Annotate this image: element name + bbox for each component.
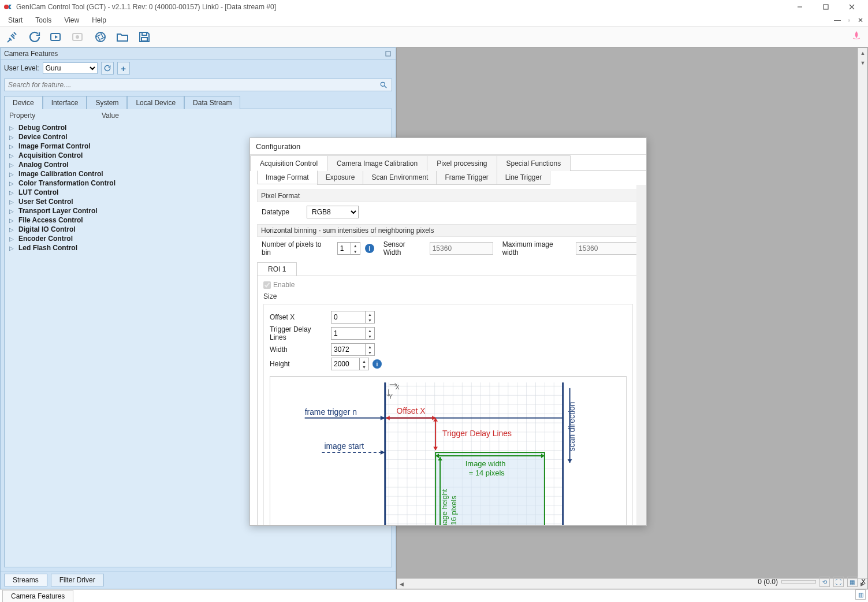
offsetx-input[interactable] xyxy=(331,311,366,324)
tree-item-label: Device Control xyxy=(18,133,68,141)
open-folder-icon[interactable] xyxy=(114,29,131,45)
enable-checkbox[interactable] xyxy=(263,281,271,289)
expand-icon[interactable]: ▷ xyxy=(9,199,15,205)
expand-icon[interactable]: ▷ xyxy=(9,143,15,150)
tree-header-property: Property xyxy=(9,112,102,120)
cfg-tab-acquisition[interactable]: Acquisition Control xyxy=(250,155,327,171)
expand-icon[interactable]: ▷ xyxy=(9,180,15,187)
minimize-button[interactable] xyxy=(787,0,813,14)
menu-start[interactable]: Start xyxy=(2,15,28,25)
svg-point-12 xyxy=(381,82,385,86)
maximize-button[interactable] xyxy=(813,0,839,14)
subtab-line-trigger[interactable]: Line Trigger xyxy=(497,171,550,185)
grid-icon[interactable]: ▦ xyxy=(847,577,858,587)
window-title: GenICam Control Tool (GCT) - v2.1.1 Rev:… xyxy=(16,3,787,11)
width-input[interactable] xyxy=(331,343,366,356)
tree-item-label: Color Transformation Control xyxy=(18,179,116,187)
expand-icon[interactable]: ▷ xyxy=(9,236,15,242)
pixels-to-bin-input[interactable] xyxy=(337,242,351,255)
connect-icon[interactable] xyxy=(5,29,21,45)
bottom-tab-streams[interactable]: Streams xyxy=(4,574,47,586)
info-icon[interactable]: i xyxy=(365,244,374,253)
aperture-icon[interactable] xyxy=(92,29,109,45)
cfg-tab-special-functions[interactable]: Special Functions xyxy=(497,155,571,171)
expand-icon[interactable]: ▷ xyxy=(9,153,15,159)
cfg-tab-calibration[interactable]: Camera Image Calibration xyxy=(327,155,427,171)
zoom-slider[interactable] xyxy=(781,580,816,584)
title-bar: GenICam Control Tool (GCT) - v2.1.1 Rev:… xyxy=(0,0,868,14)
roi-tab-1[interactable]: ROI 1 xyxy=(257,262,297,276)
tree-item-label: Transport Layer Control xyxy=(18,207,98,215)
expand-icon[interactable]: ▷ xyxy=(9,171,15,177)
refresh-icon[interactable] xyxy=(27,29,43,45)
expand-icon[interactable]: ▷ xyxy=(9,208,15,214)
diagram-frame-trigger: frame trigger n xyxy=(305,407,357,417)
trigger-delay-input[interactable] xyxy=(331,327,366,340)
tab-interface[interactable]: Interface xyxy=(43,96,87,109)
expand-icon[interactable]: ▷ xyxy=(9,162,15,168)
info-icon[interactable]: i xyxy=(372,359,382,369)
height-label: Height xyxy=(270,360,327,368)
vertical-scrollbar[interactable]: ▲ ▼ xyxy=(858,48,867,578)
spinner[interactable]: ▲▼ xyxy=(360,358,369,370)
fit-icon[interactable]: ⛶ xyxy=(833,577,844,587)
spinner[interactable]: ▲▼ xyxy=(351,242,360,255)
tab-local-device[interactable]: Local Device xyxy=(127,96,184,109)
refresh-user-button[interactable] xyxy=(101,62,114,75)
document-tabs: Camera Features xyxy=(0,589,868,602)
play-icon[interactable] xyxy=(49,29,65,45)
expand-icon[interactable]: ▷ xyxy=(9,134,15,140)
user-level-select[interactable]: Guru xyxy=(43,62,98,74)
expand-icon[interactable]: ▷ xyxy=(9,217,15,224)
height-input[interactable] xyxy=(331,358,360,370)
subtab-scan-environment[interactable]: Scan Environment xyxy=(363,171,437,185)
cfg-tab-pixel-processing[interactable]: Pixel processing xyxy=(427,155,497,171)
config-scrollbar[interactable] xyxy=(636,185,646,525)
menu-view[interactable]: View xyxy=(58,15,85,25)
mdi-close-button[interactable]: ✕ xyxy=(855,16,866,25)
status-coord: 0 (0.0) xyxy=(758,578,778,586)
expand-icon[interactable]: ▷ xyxy=(9,125,15,131)
spinner[interactable]: ▲▼ xyxy=(366,327,375,340)
close-button[interactable] xyxy=(839,0,865,14)
search-input[interactable] xyxy=(4,79,392,91)
tree-item-label: Image Calibration Control xyxy=(18,170,103,178)
diagram-image-width2: = 14 pixels xyxy=(469,469,505,477)
spinner[interactable]: ▲▼ xyxy=(366,311,375,324)
add-button[interactable]: + xyxy=(117,62,130,75)
tab-data-stream[interactable]: Data Stream xyxy=(184,96,240,109)
mdi-minimize-button[interactable]: — xyxy=(832,16,843,25)
subtab-frame-trigger[interactable]: Frame Trigger xyxy=(436,171,497,185)
tab-device[interactable]: Device xyxy=(4,96,43,109)
expand-icon[interactable]: ▷ xyxy=(9,245,15,251)
bottom-tab-filter-driver[interactable]: Filter Driver xyxy=(51,574,104,586)
sensor-width-field xyxy=(430,242,493,255)
diagram-image-start: image start xyxy=(324,441,364,451)
expand-icon[interactable]: ▷ xyxy=(9,226,15,233)
tree-item-label: Digital IO Control xyxy=(18,225,76,233)
svg-rect-10 xyxy=(141,38,147,41)
record-icon[interactable] xyxy=(70,29,87,45)
enable-checkbox-row[interactable]: Enable xyxy=(263,281,295,289)
tree-item-label: Debug Control xyxy=(18,124,66,132)
tab-system[interactable]: System xyxy=(87,96,127,109)
reset-zoom-icon[interactable]: ⟲ xyxy=(819,577,830,587)
expand-icon[interactable]: ▷ xyxy=(9,189,15,196)
menu-help[interactable]: Help xyxy=(86,15,112,25)
datatype-select[interactable]: RGB8 xyxy=(307,206,359,218)
doc-tab-camera-features[interactable]: Camera Features xyxy=(2,590,73,602)
save-icon[interactable] xyxy=(136,29,152,45)
subtab-image-format[interactable]: Image Format xyxy=(257,170,318,184)
layout-icon[interactable]: ▥ xyxy=(855,589,866,600)
svg-line-13 xyxy=(385,86,387,88)
subtab-exposure[interactable]: Exposure xyxy=(317,171,364,185)
menu-tools[interactable]: Tools xyxy=(29,15,57,25)
mdi-restore-button[interactable]: ▫ xyxy=(844,16,854,25)
search-icon[interactable] xyxy=(379,81,388,91)
spinner[interactable]: ▲▼ xyxy=(366,343,375,356)
tree-item[interactable]: ▷Debug Control xyxy=(5,123,392,132)
size-label: Size xyxy=(263,292,633,300)
pin-icon[interactable] xyxy=(384,50,392,58)
pixels-to-bin-label: Number of pixels to bin xyxy=(262,240,333,257)
status-x-label: X xyxy=(861,578,866,586)
